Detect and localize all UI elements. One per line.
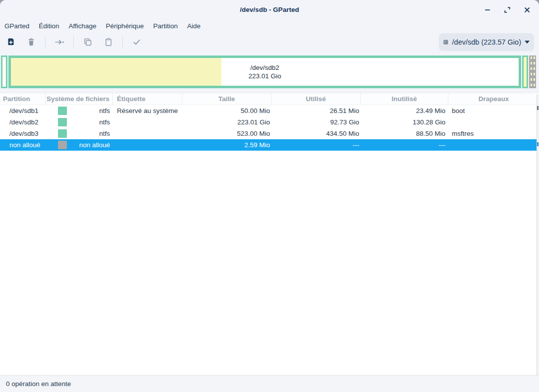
title-bar: /dev/sdb - GParted (0, 0, 539, 20)
cell-partition: /dev/sdb1 (0, 105, 46, 116)
segment-size: 223.01 Gio (11, 72, 519, 80)
disk-visual-panel: /dev/sdb2 223.01 Gio (0, 53, 539, 93)
cell-used: 26.51 Mio (271, 105, 361, 116)
column-header-used[interactable]: Utilisé (271, 93, 361, 105)
pending-operations-text: 0 opération en attente (6, 380, 71, 388)
cell-filesystem: non alloué (46, 139, 113, 151)
status-bar: 0 opération en attente (0, 375, 539, 392)
fs-name: ntfs (99, 107, 110, 114)
minimize-button[interactable] (482, 4, 493, 16)
resize-move-button[interactable] (51, 34, 68, 51)
cell-flags: msftres (448, 128, 539, 139)
cell-label: Réservé au système (113, 105, 182, 116)
table-row-sdb1[interactable]: /dev/sdb1 ntfs Réservé au système 50.00 … (0, 105, 539, 116)
disk-segment-unallocated[interactable] (529, 56, 536, 88)
cell-unused: --- (361, 139, 448, 151)
disk-segment-sdb1[interactable] (1, 56, 7, 88)
close-button[interactable] (521, 4, 533, 16)
cell-partition: non alloué (0, 139, 46, 151)
cell-flags (448, 116, 539, 128)
cell-size: 523.00 Mio (182, 128, 271, 139)
table-row-sdb3[interactable]: /dev/sdb3 ntfs 523.00 Mio 434.50 Mio 88.… (0, 128, 539, 139)
fs-color-swatch (58, 129, 67, 138)
toolbar: /dev/sdb (223.57 Gio) (0, 32, 539, 53)
delete-icon (26, 37, 36, 47)
column-header-partition[interactable]: Partition (0, 93, 46, 105)
cell-partition: /dev/sdb3 (0, 128, 46, 139)
apply-operations-button[interactable] (128, 34, 145, 51)
cell-used: --- (271, 139, 361, 151)
partition-table-header: Partition Système de fichiers Étiquette … (0, 93, 539, 105)
scrollbar-mark-selected (537, 142, 539, 146)
menu-edition[interactable]: Édition (38, 21, 59, 31)
paste-partition-button[interactable] (100, 34, 117, 51)
column-header-label[interactable]: Étiquette (113, 93, 182, 105)
disk-segment-sdb3[interactable] (522, 56, 528, 88)
toolbar-separator (73, 36, 74, 49)
column-header-size[interactable]: Taille (182, 93, 271, 105)
delete-partition-button[interactable] (23, 34, 40, 51)
menu-gparted[interactable]: GParted (4, 21, 30, 31)
cell-flags: boot (448, 105, 539, 116)
maximize-button[interactable] (501, 4, 513, 16)
cell-label (113, 139, 182, 151)
gparted-window: /dev/sdb - GParted GParted Éditi (0, 0, 539, 392)
cell-filesystem: ntfs (46, 105, 113, 116)
new-partition-icon (6, 37, 16, 47)
cell-unused: 130.28 Gio (361, 116, 448, 128)
fs-name: ntfs (99, 130, 110, 137)
scrollbar-mark (537, 106, 539, 110)
vertical-scrollbar[interactable] (537, 94, 539, 375)
column-header-filesystem[interactable]: Système de fichiers (46, 93, 113, 105)
apply-icon (132, 37, 142, 47)
disk-segment-label: /dev/sdb2 223.01 Gio (11, 63, 519, 80)
menu-affichage[interactable]: Affichage (68, 21, 97, 31)
device-selector-dropdown[interactable]: /dev/sdb (223.57 Gio) (439, 33, 534, 51)
menu-partition[interactable]: Partition (153, 21, 178, 31)
table-empty-area (0, 151, 539, 375)
cell-size: 50.00 Mio (182, 105, 271, 116)
new-partition-button[interactable] (2, 34, 19, 51)
column-header-flags[interactable]: Drapeaux (448, 93, 539, 105)
copy-icon (83, 37, 93, 47)
chevron-down-icon (525, 41, 530, 44)
fs-color-swatch (58, 118, 67, 126)
fs-color-swatch (58, 141, 67, 149)
toolbar-separator (45, 36, 46, 49)
paste-icon (104, 37, 113, 47)
cell-size: 2.59 Mio (182, 139, 271, 151)
fs-color-swatch (58, 107, 67, 115)
column-header-unused[interactable]: Inutilisé (361, 93, 448, 105)
menu-peripherique[interactable]: Périphérique (106, 21, 145, 31)
fs-name: non alloué (79, 141, 110, 149)
resize-move-icon (54, 37, 65, 47)
hard-drive-icon (443, 36, 448, 49)
cell-unused: 88.50 Mio (361, 128, 448, 139)
table-row-sdb2[interactable]: /dev/sdb2 ntfs 223.01 Gio 92.73 Gio 130.… (0, 116, 539, 128)
fs-name: ntfs (99, 118, 110, 126)
cell-label (113, 128, 182, 139)
cell-unused: 23.49 Mio (361, 105, 448, 116)
minimize-icon (484, 6, 491, 13)
cell-filesystem: ntfs (46, 128, 113, 139)
maximize-icon (504, 6, 511, 13)
window-title: /dev/sdb - GParted (0, 6, 539, 13)
cell-size: 223.01 Gio (182, 116, 271, 128)
disk-segment-sdb2[interactable]: /dev/sdb2 223.01 Gio (8, 56, 521, 88)
toolbar-separator (122, 36, 123, 49)
cell-used: 92.73 Gio (271, 116, 361, 128)
menu-bar: GParted Édition Affichage Périphérique P… (0, 20, 539, 32)
table-row-unallocated[interactable]: non alloué non alloué 2.59 Mio --- --- (0, 139, 539, 151)
disk-bar: /dev/sdb2 223.01 Gio (1, 56, 536, 88)
cell-used: 434.50 Mio (271, 128, 361, 139)
cell-label (113, 116, 182, 128)
segment-name: /dev/sdb2 (11, 63, 519, 72)
cell-partition: /dev/sdb2 (0, 116, 46, 128)
cell-filesystem: ntfs (46, 116, 113, 128)
close-icon (524, 6, 531, 13)
window-controls (482, 0, 533, 20)
device-selector-label: /dev/sdb (223.57 Gio) (452, 38, 521, 46)
menu-aide[interactable]: Aide (187, 21, 201, 31)
copy-partition-button[interactable] (79, 34, 96, 51)
cell-flags (448, 139, 539, 151)
